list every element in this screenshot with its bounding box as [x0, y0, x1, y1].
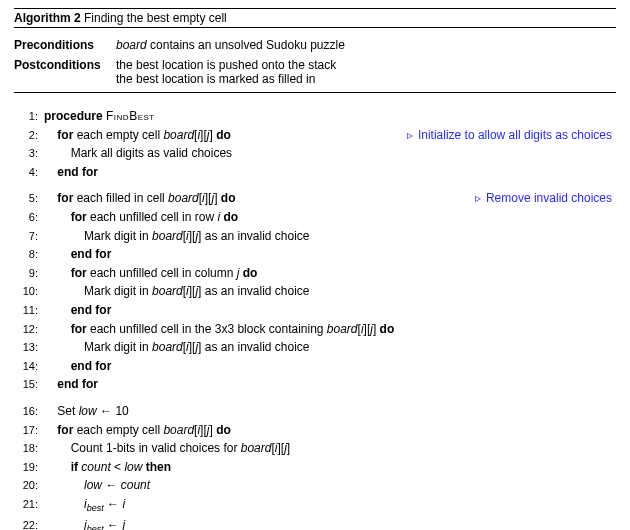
- preconditions-text: board contains an unsolved Sudoku puzzle: [116, 38, 345, 52]
- algorithm-header: Algorithm 2 Finding the best empty cell: [14, 8, 616, 28]
- code-line: 6: for each unfilled cell in row i do: [14, 208, 616, 227]
- code-line: 19: if count < low then: [14, 458, 616, 477]
- code-line: 15: end for: [14, 375, 616, 394]
- code-line: 17: for each empty cell board[i][j] do: [14, 421, 616, 440]
- line-number: 13:: [14, 339, 44, 356]
- divider: [14, 92, 616, 93]
- code-line: 4: end for: [14, 163, 616, 182]
- line-number: 17:: [14, 422, 44, 439]
- var-board: board: [116, 38, 147, 52]
- proc-name: FindBest: [106, 109, 155, 123]
- line-number: 7:: [14, 228, 44, 245]
- code-line: 14: end for: [14, 357, 616, 376]
- code-line: 22: jbest ← j: [14, 516, 616, 530]
- comment: ▹ Remove invalid choices: [475, 189, 612, 208]
- code-line: 8: end for: [14, 245, 616, 264]
- line-number: 20:: [14, 477, 44, 494]
- line-number: 6:: [14, 209, 44, 226]
- line-number: 15:: [14, 376, 44, 393]
- code-line: 12: for each unfilled cell in the 3x3 bl…: [14, 320, 616, 339]
- code-line: 3: Mark all digits as valid choices: [14, 144, 616, 163]
- code-line: 13: Mark digit in board[i][j] as an inva…: [14, 338, 616, 357]
- line-number: 16:: [14, 403, 44, 420]
- line-number: 22:: [14, 517, 44, 530]
- postconditions-label: Postconditions: [14, 58, 116, 86]
- code-line: 1: procedure FindBest: [14, 107, 616, 126]
- line-number: 12:: [14, 321, 44, 338]
- line-number: 4:: [14, 164, 44, 181]
- triangle-icon: ▹: [475, 191, 481, 205]
- line-number: 1:: [14, 108, 44, 125]
- line-number: 18:: [14, 440, 44, 457]
- preconditions-label: Preconditions: [14, 38, 116, 52]
- line-number: 2:: [14, 127, 44, 144]
- line-number: 8:: [14, 246, 44, 263]
- code-line: 18: Count 1-bits in valid choices for bo…: [14, 439, 616, 458]
- algorithm-block: Algorithm 2 Finding the best empty cell …: [0, 0, 630, 530]
- triangle-icon: ▹: [407, 128, 413, 142]
- line-number: 5:: [14, 190, 44, 207]
- line-number: 10:: [14, 283, 44, 300]
- code-line: 9: for each unfilled cell in column j do: [14, 264, 616, 283]
- line-number: 3:: [14, 145, 44, 162]
- line-number: 14:: [14, 358, 44, 375]
- code-line: 11: end for: [14, 301, 616, 320]
- code-line: 21: ibest ← i: [14, 495, 616, 516]
- algorithm-title: Finding the best empty cell: [84, 11, 227, 25]
- code-line: 7: Mark digit in board[i][j] as an inval…: [14, 227, 616, 246]
- code-line: 16: Set low ← 10: [14, 402, 616, 421]
- line-number: 19:: [14, 459, 44, 476]
- comment: ▹ Initialize to allow all digits as choi…: [407, 126, 612, 145]
- postconditions-line2: the best location is marked as filled in: [116, 72, 336, 86]
- code-line: 5: for each filled in cell board[i][j] d…: [14, 189, 616, 208]
- postconditions-line1: the best location is pushed onto the sta…: [116, 58, 336, 72]
- postconditions-row: Postconditions the best location is push…: [14, 58, 616, 86]
- code-line: 2: for each empty cell board[i][j] do ▹ …: [14, 126, 616, 145]
- code-line: 10: Mark digit in board[i][j] as an inva…: [14, 282, 616, 301]
- algorithm-label: Algorithm 2: [14, 11, 81, 25]
- preconditions-row: Preconditions board contains an unsolved…: [14, 38, 616, 52]
- line-number: 21:: [14, 496, 44, 513]
- code-line: 20: low ← count: [14, 476, 616, 495]
- pseudocode: 1: procedure FindBest 2: for each empty …: [14, 107, 616, 530]
- line-number: 9:: [14, 265, 44, 282]
- line-number: 11:: [14, 302, 44, 319]
